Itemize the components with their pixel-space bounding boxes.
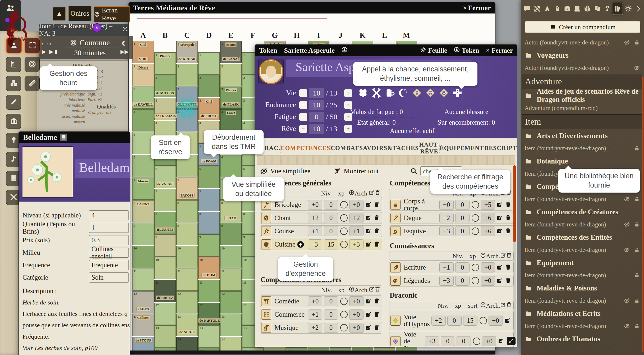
tmr-case[interactable]: 8 — [198, 212, 220, 234]
tmr-case[interactable]: 13 — [198, 325, 220, 348]
skill-row[interactable]: Chant +2 0 +2 — [260, 212, 382, 224]
skill-level[interactable]: +0 — [308, 296, 322, 306]
items-icon[interactable] — [563, 3, 572, 15]
archetype-radio[interactable] — [472, 214, 479, 222]
walls-tool-button[interactable] — [6, 114, 21, 129]
sheet-tab[interactable]: ÉQUIPEMENT — [439, 144, 484, 153]
eye-slash-icon[interactable] — [624, 196, 630, 202]
archetype-radio[interactable] — [480, 317, 487, 324]
trash-icon[interactable] — [505, 277, 512, 284]
trash-icon[interactable] — [374, 215, 380, 221]
token-tool-button[interactable] — [6, 38, 22, 53]
tmr-case[interactable]: 6 — [198, 166, 220, 188]
tmr-case[interactable]: 4 — [132, 109, 154, 131]
tmr-case[interactable]: 14 — [286, 348, 307, 354]
archetype-radio[interactable] — [472, 227, 479, 235]
skill-level[interactable]: +2 — [431, 316, 446, 326]
tmr-case[interactable]: 14 — [220, 337, 242, 354]
compendium-pack-subtitle[interactable]: Item (foundryvtt-reve-de-dragon) — [522, 193, 642, 205]
skill-name[interactable]: Corps à corps — [404, 198, 438, 212]
compendium-folder[interactable]: Voyageurs — [522, 49, 642, 62]
collapse-macro-bar-button[interactable]: ▲ — [53, 7, 66, 21]
compendium-pack-subtitle[interactable]: Item (foundryvtt-reve-de-dragon) — [522, 269, 642, 281]
time-step-label[interactable]: 30 minutes — [61, 49, 118, 57]
eye-slash-icon[interactable] — [624, 323, 630, 329]
bones-icon[interactable] — [371, 87, 382, 99]
clover-icon[interactable] — [357, 87, 369, 99]
skill-row[interactable]: Ecriture +1 0 +0 — [389, 262, 514, 273]
tmr-case[interactable]: 2 — [220, 64, 242, 86]
edit-icon[interactable] — [496, 228, 503, 235]
tmr-case[interactable]: 7 — [154, 189, 176, 211]
skill-xp[interactable]: 0 — [324, 296, 338, 306]
belledame-image[interactable] — [22, 146, 73, 198]
actors-icon[interactable] — [553, 3, 562, 15]
archetype-radio[interactable] — [472, 264, 479, 271]
token-button[interactable]: Token — [454, 47, 479, 54]
settings-icon[interactable] — [623, 3, 633, 15]
skill-name[interactable]: Ecriture — [404, 264, 438, 271]
trash-icon[interactable] — [374, 324, 380, 331]
skill-level[interactable]: +2 — [439, 213, 454, 223]
skill-archetype[interactable]: +2 — [349, 213, 364, 223]
skill-archetype[interactable]: +6 — [481, 213, 495, 223]
tmr-case[interactable]: 8 — [176, 200, 198, 222]
show-all-toggle[interactable]: Montrer tout — [334, 167, 379, 175]
sheet-scrollbar[interactable] — [513, 165, 516, 345]
sheet-tab[interactable]: COMBAT — [330, 144, 359, 153]
tmr-case[interactable]: 12 — [154, 303, 176, 325]
skill-archetype[interactable]: +0 — [482, 336, 496, 346]
scrollbar-thumb[interactable] — [513, 165, 516, 242]
skill-xp[interactable]: 0 — [441, 336, 455, 346]
lock-icon[interactable] — [634, 298, 640, 304]
wound-critical-icon[interactable] — [438, 87, 449, 99]
skill-level[interactable]: +1 — [308, 310, 322, 320]
scenes-icon[interactable] — [542, 3, 552, 15]
tmr-case[interactable]: 12 — [220, 291, 242, 313]
skill-level[interactable]: -3 — [308, 239, 322, 249]
stat-plus-button[interactable]: + — [344, 101, 352, 109]
tmr-case[interactable]: 14 — [242, 348, 264, 354]
skill-archetype[interactable]: +0 — [489, 316, 503, 326]
compendium-pack-subtitle[interactable]: Item (foundryvtt-reve-de-dragon) — [522, 219, 642, 231]
lock-icon[interactable] — [634, 40, 640, 45]
cards-icon[interactable] — [593, 3, 602, 15]
edit-icon[interactable] — [498, 338, 505, 345]
edit-icon[interactable] — [496, 277, 503, 284]
trash-icon[interactable] — [374, 241, 380, 248]
stat-value[interactable]: 10 — [309, 100, 324, 110]
lock-icon[interactable] — [634, 222, 640, 227]
tmr-case[interactable]: 12 — [176, 291, 198, 313]
belledame-titlebar[interactable]: Belledame — [19, 132, 130, 143]
skill-xp[interactable]: 0 — [324, 213, 338, 223]
edit-icon[interactable] — [365, 215, 372, 221]
skill-row[interactable]: Corps à corps +0 0 +5 — [389, 199, 514, 211]
time-play-buttons[interactable]: ▶ ▶▮ — [42, 48, 61, 55]
resize-handle[interactable] — [507, 337, 516, 345]
stat-minus-button[interactable]: − — [299, 125, 307, 133]
tmr-case[interactable]: 14 — [330, 348, 351, 354]
eye-slash-icon[interactable] — [624, 298, 630, 304]
skill-level[interactable]: +3 — [439, 226, 454, 236]
compendium-pack-subtitle[interactable]: Adventure (compendium-rdd) — [522, 102, 642, 114]
field-input[interactable]: Collines ensoleil — [89, 248, 129, 258]
field-input[interactable]: Fréquente — [89, 260, 129, 270]
trash-icon[interactable] — [505, 228, 512, 235]
skill-name[interactable]: Bricolage — [274, 201, 306, 208]
compendium-folder[interactable]: Maladies & Poisons — [522, 281, 642, 295]
eye-slash-icon[interactable] — [624, 222, 630, 227]
edit-icon[interactable] — [365, 201, 372, 208]
dice-tool-button[interactable] — [6, 76, 21, 91]
skill-level[interactable]: +3 — [439, 276, 454, 286]
skill-xp[interactable]: 0 — [447, 316, 462, 326]
trash-icon[interactable] — [505, 215, 512, 221]
skill-row[interactable]: Voie d'Hypnos +2 0 15 +0 — [389, 311, 514, 330]
eye-slash-icon[interactable] — [634, 65, 640, 71]
skill-xp[interactable]: 0 — [455, 200, 470, 210]
difficulty-tool-button[interactable] — [25, 57, 40, 72]
skill-row[interactable]: Voie de Narcos +3 0 0 +0 — [389, 332, 514, 347]
skill-archetype[interactable]: +3 — [349, 239, 364, 249]
skill-level[interactable]: +1 — [308, 226, 322, 236]
sidebar-scrollbar[interactable] — [642, 77, 643, 352]
skill-name[interactable]: Chant — [274, 215, 306, 221]
